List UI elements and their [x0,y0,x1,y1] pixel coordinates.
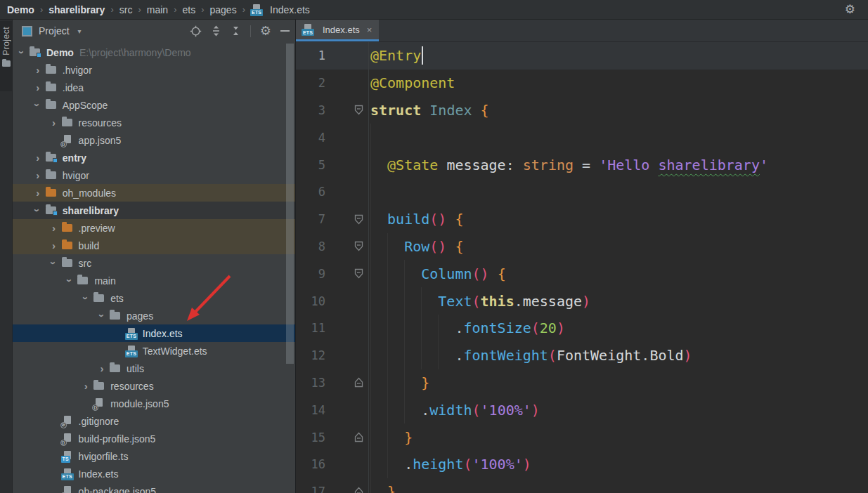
code-line-content: build() { [368,206,868,233]
code-token: fontSize [463,320,531,336]
chevron-collapsed-icon[interactable]: › [30,169,46,181]
tree-item-resources[interactable]: ›resources [13,377,295,395]
breadcrumb-item-demo[interactable]: Demo [7,4,34,15]
indent-guide [404,369,421,397]
tree-item-build[interactable]: ›build [13,237,295,254]
chevron-expanded-icon[interactable]: › [46,257,62,269]
indent-guide [404,260,421,287]
tree-item-preview[interactable]: ›.preview [13,219,295,237]
tree-item-resources[interactable]: ›resources [13,114,295,131]
tree-item-hvigor[interactable]: ›hvigor [13,166,295,184]
gitignore-file-icon: ⊘ [62,416,77,427]
hide-icon[interactable] [280,30,290,32]
tree-item-hvigorfile-ts[interactable]: TShvigorfile.ts [13,447,295,465]
fold-marker-icon[interactable] [354,268,365,279]
chevron-collapsed-icon[interactable]: › [30,187,46,199]
chevron-expanded-icon[interactable]: › [30,204,46,216]
tree-item-utils[interactable]: ›utils [13,360,295,377]
code-editor[interactable]: 1@Entry2@Component3struct Index {45@Stat… [296,42,868,493]
chevron-expanded-icon[interactable]: › [94,310,110,322]
indent-guide [387,260,404,287]
tree-item-ets[interactable]: ›ets [13,289,295,307]
code-token: this [481,293,514,310]
tree-item-index-ets[interactable]: ETSIndex.ets [13,324,295,342]
chevron-collapsed-icon[interactable]: › [46,222,62,234]
tree-scrollbar-thumb[interactable] [286,44,294,364]
chevron-collapsed-icon[interactable]: › [30,64,46,76]
code-line-10: 10Text(this.message) [296,287,868,315]
line-number: 10 [300,294,325,308]
tree-item-pages[interactable]: ›pages [13,307,295,324]
breadcrumb-item-src[interactable]: src [119,4,133,15]
gear-icon[interactable]: ⚙ [845,4,861,15]
tree-item-src[interactable]: ›src [13,254,295,272]
breadcrumb-item-sharelibrary[interactable]: sharelibrary [48,4,105,15]
code-line-content: .fontWeight(FontWeight.Bold) [368,342,868,369]
line-number: 6 [300,185,325,199]
breadcrumb-item-pages[interactable]: pages [210,4,237,15]
fold-marker-icon[interactable] [354,214,365,225]
tree-item-main[interactable]: ›main [13,272,295,289]
breadcrumb-item-ets[interactable]: ets [182,4,195,15]
tree-item-textwidget-ets[interactable]: ETSTextWidget.ets [13,342,295,360]
tree-item-demo[interactable]: ›DemoE:\project\harmony\Demo [13,44,295,61]
tree-item-hvigor[interactable]: ›.hvigor [13,61,295,79]
chevron-expanded-icon[interactable]: › [62,275,77,287]
tree-item-sharelibrary[interactable]: ›sharelibrary [13,202,295,219]
project-view-icon [22,26,32,37]
breadcrumb-item-index-ets[interactable]: ETSIndex.ets [251,4,310,15]
project-panel: Project ▾ ⚙ ›DemoE:\project\harmony\Demo… [13,20,295,493]
code-token: . [641,347,649,364]
fold-marker-icon[interactable] [354,432,365,442]
tree-item-app-json5[interactable]: {}app.json5 [13,131,295,149]
tree-item-label: module.json5 [110,398,169,409]
chevron-collapsed-icon[interactable]: › [94,362,110,374]
chevron-expanded-icon[interactable]: › [78,292,93,304]
tree-item-label: resources [110,381,153,392]
tree-item-gitignore[interactable]: ⊘.gitignore [13,412,295,430]
chevron-collapsed-icon[interactable]: › [78,380,93,392]
settings-icon[interactable]: ⚙ [260,25,271,37]
tree-item-appscope[interactable]: ›AppScope [13,96,295,114]
code-line-14: 14.width('100%') [296,396,868,423]
breadcrumb-label: Index.ets [270,4,310,15]
gutter: 3 [296,97,368,124]
tab-index-ets[interactable]: ETS Index.ets × [296,20,379,41]
code-token: { [481,102,489,119]
json5-file-icon: {} [62,433,77,445]
chevron-collapsed-icon[interactable]: › [46,239,62,251]
code-token: @Component [370,74,455,91]
ets-file-icon: ETS [251,4,266,15]
fold-marker-icon[interactable] [354,105,365,115]
code-line-content: @State message: string = 'Hello sharelib… [368,151,868,178]
tree-item-index-ets[interactable]: ETSIndex.ets [13,465,295,482]
fold-marker-icon[interactable] [354,241,365,251]
indent-guide [370,396,387,423]
fold-marker-icon[interactable] [354,377,365,388]
code-token [489,265,498,282]
chevron-expanded-icon[interactable]: › [30,99,46,111]
tree-item-build-profile-json5[interactable]: {}build-profile.json5 [13,430,295,447]
chevron-collapsed-icon[interactable]: › [30,81,46,93]
code-line-11: 11.fontSize(20) [296,315,868,342]
tree-item-idea[interactable]: ›.idea [13,79,295,96]
breadcrumb-item-main[interactable]: main [147,4,168,15]
tree-item-entry[interactable]: ›entry [13,149,295,166]
chevron-down-icon[interactable]: ▾ [78,27,82,35]
locate-icon[interactable] [190,25,202,37]
collapse-all-icon[interactable] [231,25,241,37]
indent-guide [370,151,387,178]
folder-icon [62,259,77,267]
fold-marker-icon[interactable] [354,487,365,493]
expand-all-icon[interactable] [211,25,221,37]
tree-item-oh-modules[interactable]: ›oh_modules [13,184,295,202]
code-token [472,102,481,119]
chevron-expanded-icon[interactable]: › [14,46,30,58]
tree-item-oh-package-json5[interactable]: {}oh-package.json5 [13,482,295,493]
chevron-collapsed-icon[interactable]: › [46,117,62,129]
close-icon[interactable]: × [367,25,373,34]
code-line-6: 6 [296,178,868,206]
chevron-collapsed-icon[interactable]: › [30,152,46,164]
tree-item-module-json5[interactable]: {}module.json5 [13,395,295,412]
project-stripe-button[interactable]: Project [0,21,12,91]
